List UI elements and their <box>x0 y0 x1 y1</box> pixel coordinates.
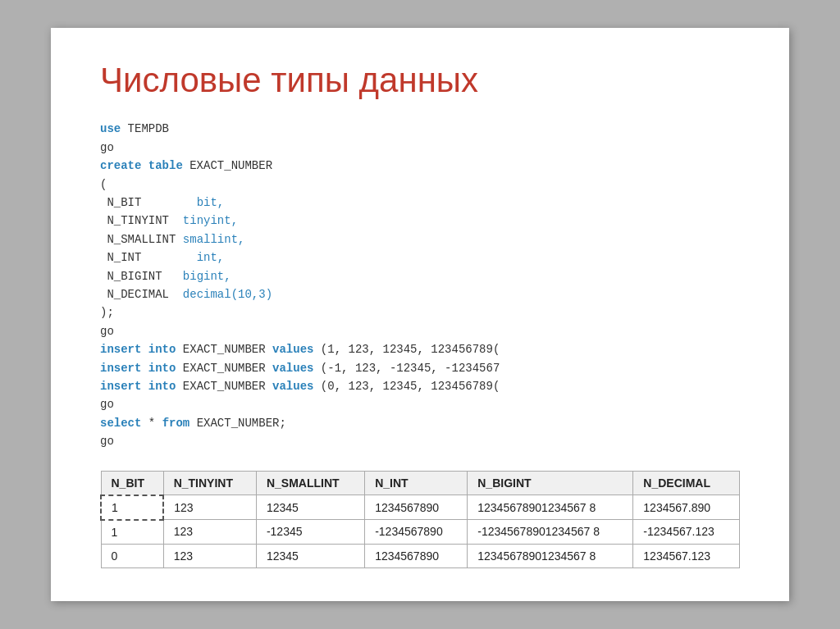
col-header-ntinyint: N_TINYINT <box>163 471 256 495</box>
col-header-nbit: N_BIT <box>101 471 163 495</box>
results-table: N_BIT N_TINYINT N_SMALLINT N_INT N_BIGIN… <box>100 471 740 568</box>
cell-row2-ndecimal: -1234567.123 <box>633 520 740 545</box>
code-line-15: insert into EXACT_NUMBER values (0, 123,… <box>100 377 740 395</box>
code-line-7: N_SMALLINT smallint, <box>100 230 740 248</box>
code-line-12: go <box>100 322 740 340</box>
col-header-ndecimal: N_DECIMAL <box>633 471 740 495</box>
cell-row1-nbit: 1 <box>101 495 163 520</box>
cell-row2-nsmallint: -12345 <box>256 520 364 545</box>
table-header-row: N_BIT N_TINYINT N_SMALLINT N_INT N_BIGIN… <box>101 471 740 495</box>
cell-row1-nint: 1234567890 <box>365 495 468 520</box>
col-header-nsmallint: N_SMALLINT <box>256 471 364 495</box>
slide: Числовые типы данных use TEMPDB go creat… <box>51 28 789 600</box>
code-line-11: ); <box>100 303 740 321</box>
code-line-1: use TEMPDB <box>100 120 740 138</box>
cell-row1-ntinyint: 123 <box>163 495 256 520</box>
cell-row2-nbigint: -12345678901234567 8 <box>468 520 633 545</box>
code-line-8: N_INT int, <box>100 248 740 267</box>
cell-row2-nbit: 1 <box>101 520 163 545</box>
table-row: 1 123 12345 1234567890 12345678901234567… <box>101 495 740 520</box>
code-line-13: insert into EXACT_NUMBER values (1, 123,… <box>100 340 740 358</box>
col-header-nint: N_INT <box>365 471 468 495</box>
code-line-17: select * from EXACT_NUMBER; <box>100 414 740 432</box>
code-line-4: ( <box>100 175 740 194</box>
slide-title: Числовые типы данных <box>100 61 740 100</box>
cell-row3-ndecimal: 1234567.123 <box>633 544 740 567</box>
cell-row2-ntinyint: 123 <box>163 520 256 545</box>
code-line-3: create table EXACT_NUMBER <box>100 157 740 175</box>
cell-row1-nsmallint: 12345 <box>256 495 364 520</box>
cell-row1-ndecimal: 1234567.890 <box>633 495 740 520</box>
cell-row2-nint: -1234567890 <box>365 520 468 545</box>
code-line-10: N_DECIMAL decimal(10,3) <box>100 285 740 303</box>
code-line-9: N_BIGINT bigint, <box>100 267 740 285</box>
code-line-6: N_TINYINT tinyint, <box>100 212 740 230</box>
cell-row3-nsmallint: 12345 <box>256 544 364 567</box>
code-line-5: N_BIT bit, <box>100 194 740 212</box>
cell-row3-nint: 1234567890 <box>365 544 468 567</box>
code-block: use TEMPDB go create table EXACT_NUMBER … <box>100 120 740 450</box>
code-line-2: go <box>100 139 740 157</box>
col-header-nbigint: N_BIGINT <box>468 471 633 495</box>
table-row: 1 123 -12345 -1234567890 -12345678901234… <box>101 520 740 545</box>
cell-row1-nbigint: 12345678901234567 8 <box>468 495 633 520</box>
code-keyword: use <box>100 122 128 135</box>
code-line-16: go <box>100 395 740 413</box>
code-line-18: go <box>100 432 740 450</box>
cell-row3-ntinyint: 123 <box>163 544 256 567</box>
table-row: 0 123 12345 1234567890 12345678901234567… <box>101 544 740 567</box>
cell-row3-nbigint: 12345678901234567 8 <box>468 544 633 567</box>
cell-row3-nbit: 0 <box>101 544 163 567</box>
code-line-14: insert into EXACT_NUMBER values (-1, 123… <box>100 359 740 377</box>
